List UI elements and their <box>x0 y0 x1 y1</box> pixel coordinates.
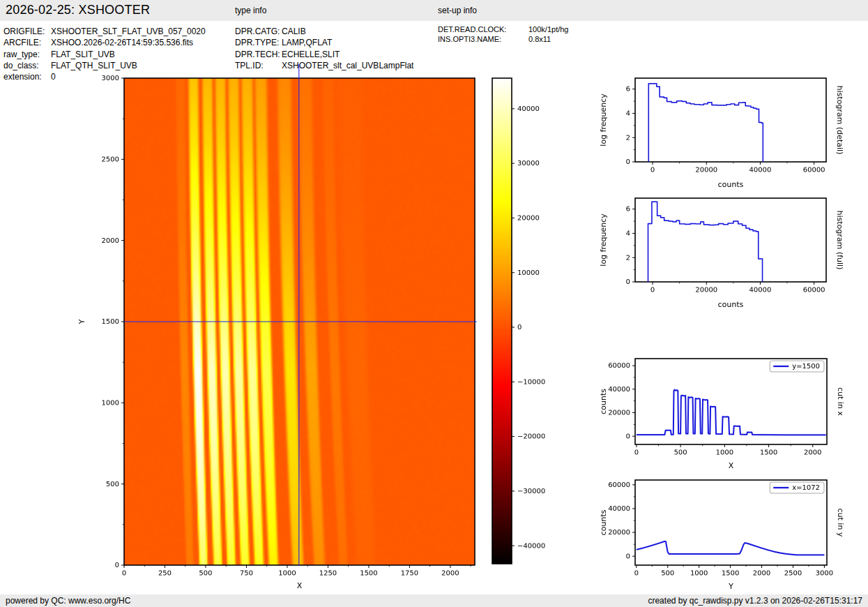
main-image-plot <box>70 59 502 604</box>
type-info-label: DPR.CATG: <box>235 26 282 37</box>
setup-info-row: INS.OPTI3.NAME:0.8x11 <box>438 35 569 45</box>
file-info-value: FLAT_SLIT_UVB <box>51 50 115 59</box>
file-info-value: XSHOOTER_SLT_FLAT_UVB_057_0020 <box>51 27 206 36</box>
colorbar <box>485 70 568 569</box>
histogram-full-plot <box>596 190 853 312</box>
file-info-label: raw_type: <box>3 49 51 60</box>
type-info-value: CALIB <box>282 27 306 36</box>
file-info-label: ARCFILE: <box>3 37 51 48</box>
setup-info-row: DET.READ.CLOCK:100k/1pt/hg <box>438 25 569 35</box>
file-info-label: ORIGFILE: <box>3 26 51 37</box>
cut-in-x-plot <box>596 349 853 469</box>
file-info-row: raw_type:FLAT_SLIT_UVB <box>3 49 206 60</box>
setup-info-list: DET.READ.CLOCK:100k/1pt/hgINS.OPTI3.NAME… <box>438 25 569 44</box>
type-info-value: ECHELLE,SLIT <box>282 50 340 59</box>
setup-info-heading: set-up info <box>438 6 477 15</box>
type-info-label: DPR.TECH: <box>235 49 282 60</box>
file-info-value: XSHOO.2026-02-26T14:59:35.536.fits <box>51 38 193 47</box>
type-info-row: DPR.TYPE:LAMP,QFLAT <box>235 37 413 48</box>
setup-info-label: DET.READ.CLOCK: <box>438 25 528 35</box>
cut-in-y-plot <box>596 470 853 594</box>
file-info-value: 0 <box>51 72 56 82</box>
histogram-detail-plot <box>596 70 853 192</box>
type-info-heading: type info <box>235 6 266 15</box>
setup-info-value: 0.8x11 <box>528 35 551 43</box>
qc-rawdisp-page: 2026-02-25: XSHOOTER type info set-up in… <box>0 0 868 607</box>
footer-created-by: created by qc_rawdisp.py v1.2.3 on 2026-… <box>648 596 862 606</box>
page-title: 2026-02-25: XSHOOTER <box>6 3 150 17</box>
file-info-row: ORIGFILE:XSHOOTER_SLT_FLAT_UVB_057_0020 <box>3 26 206 37</box>
type-info-row: DPR.CATG:CALIB <box>235 26 413 37</box>
setup-info-label: INS.OPTI3.NAME: <box>438 35 528 45</box>
header-bar: 2026-02-25: XSHOOTER type info set-up in… <box>0 0 868 21</box>
setup-info-value: 100k/1pt/hg <box>528 25 569 33</box>
type-info-label: DPR.TYPE: <box>235 37 282 48</box>
type-info-value: LAMP,QFLAT <box>282 38 332 47</box>
footer-powered-by: powered by QC: www.eso.org/HC <box>6 596 130 606</box>
type-info-row: DPR.TECH:ECHELLE,SLIT <box>235 49 413 60</box>
file-info-label: extension: <box>3 71 51 82</box>
file-info-label: do_class: <box>3 60 51 71</box>
file-info-row: ARCFILE:XSHOO.2026-02-26T14:59:35.536.fi… <box>3 37 206 48</box>
